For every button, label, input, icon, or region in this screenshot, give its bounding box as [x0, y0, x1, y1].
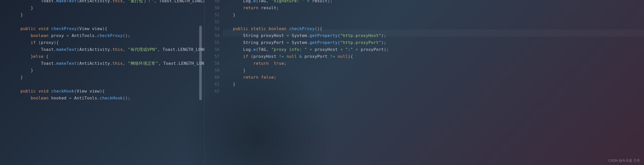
right-line-gutter: 4950515253545556575859606162 — [205, 0, 223, 165]
code-line[interactable]: Toast.makeText(AntiActivity.this, "重打包了！… — [0, 0, 204, 4]
code-line[interactable]: } — [223, 81, 644, 88]
code-line[interactable]: Toast.makeText(AntiActivity.this, "有代理或V… — [0, 46, 204, 53]
code-line[interactable]: } — [223, 11, 644, 18]
code-line[interactable] — [0, 81, 204, 88]
left-scrollbar-thumb[interactable] — [199, 26, 202, 100]
code-line[interactable]: boolean proxy = AntiTools.checkProxy(); — [0, 32, 204, 39]
code-line[interactable] — [0, 18, 204, 25]
line-number: 58 — [205, 60, 220, 67]
line-number: 57 — [205, 53, 220, 60]
code-line[interactable]: return false; — [223, 74, 644, 81]
right-code-area[interactable]: Log.e(TAG, "signature: " + result); retu… — [223, 0, 644, 165]
code-line[interactable] — [223, 18, 644, 25]
code-line[interactable] — [223, 88, 644, 95]
line-number: 55 — [205, 39, 220, 46]
line-number: 49 — [205, 0, 220, 4]
code-line[interactable]: public void checkProxy(View view){ — [0, 25, 204, 32]
code-line[interactable]: Log.e(TAG, "signature: " + result); — [223, 0, 644, 4]
csdn-watermark: CSDN @今天是 几号 — [608, 158, 640, 163]
line-number: 59 — [205, 67, 220, 74]
code-line[interactable]: } — [223, 67, 644, 74]
line-number: 50 — [205, 4, 220, 11]
line-number: 53 — [205, 25, 220, 32]
line-number: 52 — [205, 18, 220, 25]
left-code-area[interactable]: Toast.makeText(AntiActivity.this, "重打包了！… — [0, 0, 204, 102]
code-line[interactable]: return true; — [223, 60, 644, 67]
right-editor-pane[interactable]: 4950515253545556575859606162 Log.e(TAG, … — [205, 0, 644, 165]
code-line[interactable]: } — [0, 4, 204, 11]
code-line[interactable]: if (proxyHost != null & proxyPort != nul… — [223, 53, 644, 60]
code-line[interactable]: public static boolean checkProxy(){ — [223, 25, 644, 32]
line-number: 54 — [205, 32, 220, 39]
code-line[interactable]: Toast.makeText(AntiActivity.this, "网络环境正… — [0, 60, 204, 67]
code-line[interactable]: Log.e(TAG, "proxy info: " + proxyHost + … — [223, 46, 644, 53]
code-line[interactable]: } — [0, 74, 204, 81]
code-line[interactable]: if (proxy){ — [0, 39, 204, 46]
code-line[interactable]: boolean hooked = AntiTools.checkHook(); — [0, 95, 204, 102]
line-number: 51 — [205, 11, 220, 18]
line-number: 61 — [205, 81, 220, 88]
code-line[interactable]: return result; — [223, 4, 644, 11]
code-line[interactable]: } — [0, 11, 204, 18]
code-line[interactable]: public void checkHook(View view){ — [0, 88, 204, 95]
line-number: 56 — [205, 46, 220, 53]
code-line[interactable]: String proxyHost = System.getProperty("h… — [223, 32, 644, 39]
code-line[interactable]: }else { — [0, 53, 204, 60]
left-editor-pane[interactable]: Toast.makeText(AntiActivity.this, "重打包了！… — [0, 0, 205, 165]
code-line[interactable]: String proxyPort = System.getProperty("h… — [223, 39, 644, 46]
line-number: 60 — [205, 74, 220, 81]
line-number: 62 — [205, 88, 220, 95]
code-line[interactable]: } — [0, 67, 204, 74]
